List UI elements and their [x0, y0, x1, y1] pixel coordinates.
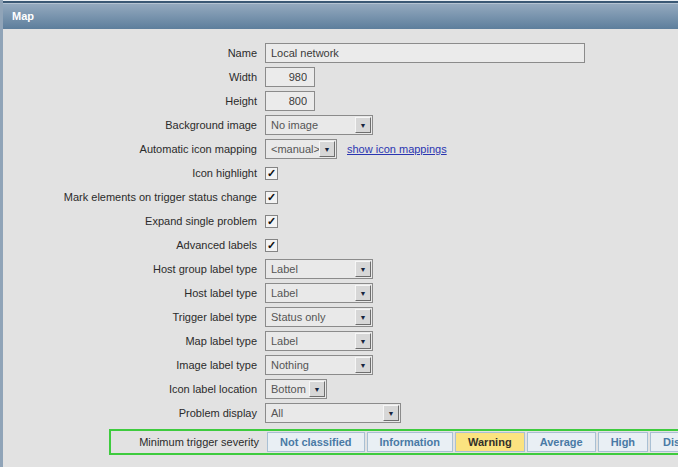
height-label: Height [3, 95, 265, 107]
severity-button-average[interactable]: Average [527, 432, 596, 452]
severity-button-disaster[interactable]: Disaster [650, 432, 678, 452]
host-label-type-label: Host label type [3, 287, 265, 299]
dropdown-arrow-icon: ▼ [355, 285, 371, 301]
dropdown-arrow-icon: ▼ [355, 261, 371, 277]
icon-mapping-select[interactable]: <manual> ▼ [265, 139, 337, 159]
panel-title: Map [12, 10, 34, 22]
name-input[interactable] [265, 43, 585, 63]
panel-header: Map [3, 1, 678, 29]
form-row-icon-label-location: Icon label location Bottom ▼ [3, 379, 678, 399]
form-row-expand-single-problem: Expand single problem ✓ [3, 211, 678, 231]
min-trigger-severity-label: Minimum trigger severity [111, 436, 267, 448]
form-row-background-image: Background image No image ▼ [3, 115, 678, 135]
form-row-trigger-label-type: Trigger label type Status only ▼ [3, 307, 678, 327]
icon-label-location-select[interactable]: Bottom ▼ [265, 379, 327, 399]
icon-label-location-label: Icon label location [3, 383, 265, 395]
name-label: Name [3, 47, 265, 59]
icon-label-location-selected-value: Bottom [271, 383, 306, 395]
form-row-name: Name [3, 43, 678, 63]
map-label-type-select[interactable]: Label ▼ [265, 331, 373, 351]
background-image-label: Background image [3, 119, 265, 131]
checkmark-icon: ✓ [267, 216, 276, 227]
dropdown-arrow-icon: ▼ [355, 309, 371, 325]
background-image-selected-value: No image [271, 119, 318, 131]
expand-single-problem-label: Expand single problem [3, 215, 265, 227]
image-label-type-selected-value: Nothing [271, 359, 309, 371]
expand-single-problem-checkbox[interactable]: ✓ [265, 215, 278, 228]
map-label-type-label: Map label type [3, 335, 265, 347]
checkmark-icon: ✓ [267, 192, 276, 203]
trigger-label-type-selected-value: Status only [271, 311, 325, 323]
form-row-min-trigger-severity: Minimum trigger severity Not classifiedI… [3, 427, 678, 457]
icon-highlight-label: Icon highlight [3, 167, 265, 179]
image-label-type-select[interactable]: Nothing ▼ [265, 355, 373, 375]
severity-button-high[interactable]: High [598, 432, 648, 452]
icon-highlight-checkbox[interactable]: ✓ [265, 167, 278, 180]
checkmark-icon: ✓ [267, 168, 276, 179]
form-row-icon-mapping: Automatic icon mapping <manual> ▼ show i… [3, 139, 678, 159]
problem-display-select[interactable]: All ▼ [265, 403, 401, 423]
form-row-image-label-type: Image label type Nothing ▼ [3, 355, 678, 375]
form-row-problem-display: Problem display All ▼ [3, 403, 678, 423]
problem-display-label: Problem display [3, 407, 265, 419]
severity-button-warning[interactable]: Warning [455, 432, 525, 452]
dropdown-arrow-icon: ▼ [355, 333, 371, 349]
form-row-icon-highlight: Icon highlight ✓ [3, 163, 678, 183]
severity-highlight-box: Minimum trigger severity Not classifiedI… [109, 429, 678, 455]
icon-mapping-label: Automatic icon mapping [3, 143, 265, 155]
form-row-height: Height [3, 91, 678, 111]
mark-elements-label: Mark elements on trigger status change [3, 191, 265, 203]
form-row-width: Width [3, 67, 678, 87]
severity-button-not-classified[interactable]: Not classified [267, 432, 365, 452]
form-row-mark-elements: Mark elements on trigger status change ✓ [3, 187, 678, 207]
dropdown-arrow-icon: ▼ [355, 357, 371, 373]
host-group-label-type-label: Host group label type [3, 263, 265, 275]
width-input[interactable] [265, 67, 315, 87]
problem-display-selected-value: All [271, 407, 283, 419]
advanced-labels-label: Advanced labels [3, 239, 265, 251]
host-label-type-select[interactable]: Label ▼ [265, 283, 373, 303]
form-row-host-group-label-type: Host group label type Label ▼ [3, 259, 678, 279]
host-label-type-selected-value: Label [271, 287, 298, 299]
trigger-label-type-select[interactable]: Status only ▼ [265, 307, 373, 327]
dropdown-arrow-icon: ▼ [319, 141, 335, 157]
icon-mapping-selected-value: <manual> [271, 143, 320, 155]
map-label-type-selected-value: Label [271, 335, 298, 347]
width-label: Width [3, 71, 265, 83]
height-input[interactable] [265, 91, 315, 111]
checkmark-icon: ✓ [267, 240, 276, 251]
background-image-select[interactable]: No image ▼ [265, 115, 373, 135]
form-row-map-label-type: Map label type Label ▼ [3, 331, 678, 351]
advanced-labels-checkbox[interactable]: ✓ [265, 239, 278, 252]
host-group-label-type-selected-value: Label [271, 263, 298, 275]
image-label-type-label: Image label type [3, 359, 265, 371]
host-group-label-type-select[interactable]: Label ▼ [265, 259, 373, 279]
show-icon-mappings-link[interactable]: show icon mappings [347, 143, 447, 155]
mark-elements-checkbox[interactable]: ✓ [265, 191, 278, 204]
severity-button-group: Not classifiedInformationWarningAverageH… [267, 432, 678, 452]
trigger-label-type-label: Trigger label type [3, 311, 265, 323]
map-config-panel: Map Name Width Height Background image N… [0, 0, 678, 467]
form-row-host-label-type: Host label type Label ▼ [3, 283, 678, 303]
dropdown-arrow-icon: ▼ [383, 405, 399, 421]
dropdown-arrow-icon: ▼ [309, 381, 325, 397]
severity-button-information[interactable]: Information [367, 432, 454, 452]
map-form: Name Width Height Background image No im… [3, 29, 678, 457]
form-row-advanced-labels: Advanced labels ✓ [3, 235, 678, 255]
dropdown-arrow-icon: ▼ [355, 117, 371, 133]
